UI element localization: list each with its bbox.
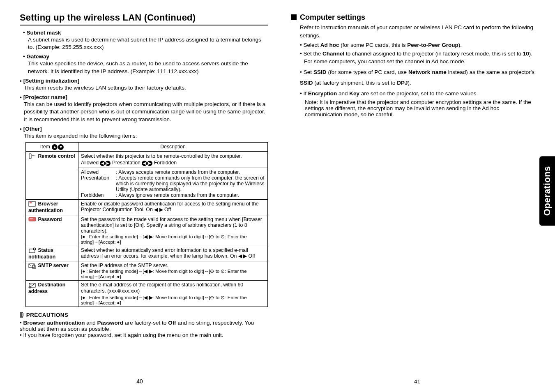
b1-pre: Select [303, 42, 320, 48]
b1-tail: ). [458, 42, 462, 48]
arrow-left-icon: ◀ [142, 161, 147, 166]
table-head-desc: Description [78, 142, 268, 151]
arrow-right-icon: ▶ [105, 161, 111, 166]
pres-key: Presentation [81, 175, 116, 192]
browser-auth-desc: Enable or disable password authenticatio… [78, 199, 268, 215]
password-label: Password [38, 217, 62, 222]
b3-b1: SSID [313, 69, 327, 75]
projector-name-item: •[Projector name] This can be used to id… [20, 94, 268, 123]
other-item: •[Other] This item is expanded into the … [20, 126, 268, 140]
precautions-heading: PRECAUTIONS [20, 312, 268, 318]
svg-rect-2 [30, 202, 32, 203]
smtp-desc-text: Set the IP address of the SMTP server. [81, 263, 265, 268]
proj-name-desc: This can be used to identify projectors … [24, 101, 268, 123]
b2-mid: to channel assigned to the projector (in… [344, 51, 523, 57]
left-column: Setting up the wireless LAN (Continued) … [0, 0, 279, 392]
smtp-label: SMTP server [38, 263, 68, 269]
password-desc: Set the password to be made valid for ac… [78, 215, 268, 246]
b4-mid: and [337, 90, 349, 97]
precautions-section: PRECAUTIONS • Browser authentication and… [20, 312, 268, 338]
warning-icon [20, 312, 23, 318]
bullet-adhoc: • Select Ad hoc (for some PC cards, this… [300, 42, 534, 48]
head-item-text: Item [40, 144, 50, 150]
settings-list: • Subnet mask A subnet mask is used to d… [20, 30, 268, 140]
channel-note: For some computers, you cannot set the c… [304, 58, 534, 65]
table-row: SMTP server Set the IP address of the SM… [26, 261, 268, 281]
remote-desc-cell-1: Select whether this projector is to be r… [78, 151, 268, 168]
password-desc-text: Set the password to be made valid for ac… [81, 217, 265, 234]
b2-b1: Channel [322, 51, 344, 57]
b4-b2: Key [349, 90, 359, 97]
b1-mid: (for some PC cards, this is [339, 42, 408, 48]
b3-m3: (at factory shipment, this is set to [313, 80, 397, 86]
table-row: @ Destination address Set the e-mail add… [26, 281, 268, 307]
table-row: Status notification Select whether to au… [26, 246, 268, 261]
bullet-encryption: • If Encryption and Key are set on the p… [300, 90, 534, 97]
remote-desc1: Select whether this projector is to be r… [81, 153, 265, 160]
svg-text:@: @ [28, 285, 32, 288]
smtp-icon [28, 263, 37, 269]
status-icon [28, 247, 37, 254]
proj-name-label: [Projector name] [23, 94, 67, 100]
note-text: It is imperative that the projector and … [305, 99, 531, 118]
svg-rect-8 [32, 266, 36, 268]
table-header-row: Item ▲▼ Description [26, 142, 268, 151]
remote-desc-cell-2: Allowed: Always accepts remote commands … [78, 168, 268, 199]
table-row: *** Password Set the password to be made… [26, 215, 268, 246]
b1-b1: Ad hoc [320, 42, 339, 48]
page-title: Setting up the wireless LAN (Continued) [20, 12, 268, 25]
gateway-desc: This value specifies the device, such as… [28, 60, 268, 75]
table-row: Browser authentication Enable or disable… [26, 199, 268, 215]
right-bullets: • Select Ad hoc (for some PC cards, this… [300, 42, 534, 118]
password-cell: *** Password [26, 215, 78, 246]
b2-b2: 10 [523, 51, 529, 57]
setting-init-desc: This item resets the wireless LAN settin… [24, 84, 268, 92]
svg-rect-1 [29, 201, 35, 206]
remote-control-cell: Remote control [26, 151, 78, 199]
b3-b4: DPJ [397, 80, 408, 86]
svg-rect-5 [29, 249, 35, 253]
other-label: [Other] [23, 126, 42, 132]
pres-val: : Accepts remote commands only from the … [116, 175, 265, 192]
arrow-right-icon: ▶ [147, 161, 152, 166]
remote-icon [28, 153, 37, 160]
b3-b2: Network name [408, 69, 447, 75]
status-desc: Select whether to automatically send err… [78, 246, 268, 261]
gateway-item: • Gateway This value specifies the devic… [23, 53, 268, 75]
setting-init-label: [Setting initialization] [23, 78, 80, 84]
operations-tab: Operations [539, 156, 555, 226]
other-settings-table: Item ▲▼ Description Remote control [25, 142, 268, 307]
subnet-label: Subnet mask [26, 30, 61, 36]
precautions-title: PRECAUTIONS [26, 312, 69, 318]
bullet-ssid: • Set SSID (for some types of PC card, u… [300, 67, 534, 88]
other-desc: This item is expanded into the following… [24, 132, 268, 140]
svg-text:***: *** [30, 218, 33, 221]
forb-val: : Always ignores remote commands from th… [116, 192, 239, 198]
precaution-2: • If you have forgotten your password, s… [20, 332, 268, 338]
b4-tail: are set on the projector, set to the sam… [359, 90, 478, 97]
allowed-val: : Always accepts remote commands from th… [116, 169, 240, 175]
right-column: Computer settings Refer to instruction m… [279, 0, 555, 392]
svg-rect-0 [29, 154, 31, 159]
b4-pre: If [303, 90, 308, 97]
prec1-b2: Password [97, 320, 124, 326]
prec1-b1: Browser authentication [23, 320, 85, 326]
b2-tail: ). [529, 51, 532, 57]
table-head-item: Item ▲▼ [26, 142, 78, 151]
password-steps: [● : Enter the setting mode]→[◀ ▶: Move … [81, 234, 265, 244]
smtp-cell: SMTP server [26, 261, 78, 281]
envelope-icon: @ [28, 282, 37, 288]
bullet-channel: • Set the Channel to channel assigned to… [300, 51, 534, 65]
dest-desc-text: Set the e-mail address of the recipient … [81, 282, 265, 295]
setting-init-item: •[Setting initialization] This item rese… [20, 78, 268, 92]
b2-pre: Set the [303, 51, 322, 57]
b3-m1: (for some types of PC card, use [327, 69, 409, 75]
gateway-label: Gateway [26, 53, 49, 60]
computer-settings-intro: Refer to instruction manuals of your com… [300, 23, 534, 39]
dest-steps: [● : Enter the setting mode]→[◀ ▶: Move … [81, 295, 265, 305]
square-bullet-icon [291, 14, 297, 20]
dest-desc: Set the e-mail address of the recipient … [78, 281, 268, 307]
remote-control-label: Remote control [38, 153, 75, 159]
b3-b3: SSID [300, 80, 313, 86]
page: Setting up the wireless LAN (Continued) … [0, 0, 555, 392]
